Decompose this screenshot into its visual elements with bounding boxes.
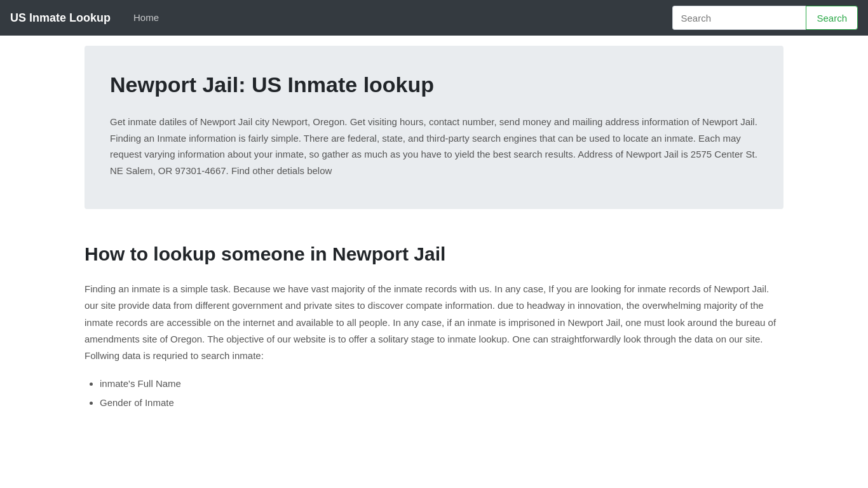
hero-title: Newport Jail: US Inmate lookup [110, 69, 758, 101]
search-button[interactable]: Search [806, 6, 858, 30]
how-to-title: How to lookup someone in Newport Jail [85, 240, 783, 268]
how-to-section: How to lookup someone in Newport Jail Fi… [85, 219, 783, 425]
how-to-text: Finding an inmate is a simple task. Beca… [85, 281, 783, 364]
how-to-list: inmate's Full NameGender of Inmate [100, 374, 783, 412]
list-item: inmate's Full Name [100, 374, 783, 393]
search-input[interactable] [672, 6, 806, 30]
main-container: Newport Jail: US Inmate lookup Get inmat… [72, 46, 796, 425]
list-item: Gender of Inmate [100, 393, 783, 412]
navbar: US Inmate Lookup Home Search [0, 0, 868, 36]
nav-brand[interactable]: US Inmate Lookup [10, 10, 111, 27]
nav-home-link[interactable]: Home [126, 6, 166, 30]
hero-text: Get inmate datiles of Newport Jail city … [110, 114, 758, 179]
hero-section: Newport Jail: US Inmate lookup Get inmat… [85, 46, 783, 209]
search-form: Search [672, 6, 858, 30]
